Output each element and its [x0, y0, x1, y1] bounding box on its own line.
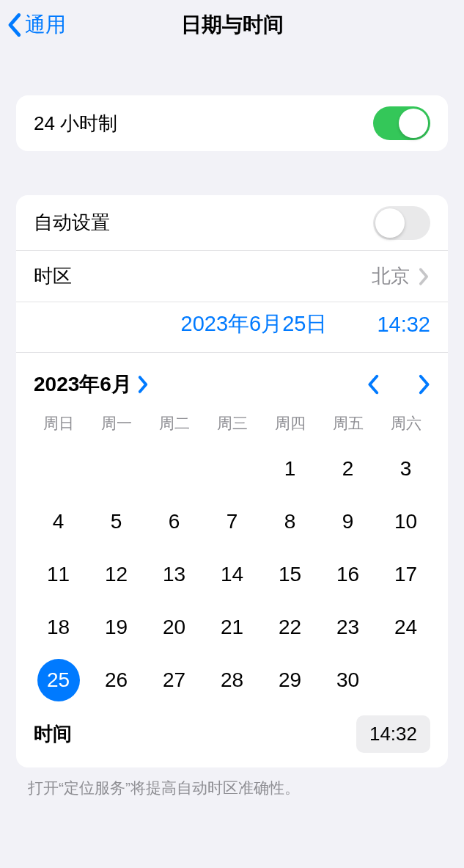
- calendar-day[interactable]: 27: [145, 654, 203, 707]
- label-auto-set: 自动设置: [34, 210, 110, 236]
- section-24h: 24 小时制: [16, 95, 448, 151]
- calendar-day[interactable]: 8: [261, 495, 319, 548]
- calendar-grid: 1234567891011121314151617181920212223242…: [16, 438, 448, 715]
- calendar-day[interactable]: 23: [319, 601, 377, 654]
- back-label: 通用: [25, 11, 66, 39]
- prev-month-button[interactable]: [367, 374, 380, 395]
- weekday-label: 周一: [87, 413, 145, 434]
- calendar-day[interactable]: 29: [261, 654, 319, 707]
- selected-date[interactable]: 2023年6月25日: [181, 310, 328, 339]
- chevron-left-icon: [6, 12, 22, 37]
- calendar-day[interactable]: 30: [319, 654, 377, 707]
- timezone-row[interactable]: 时区 北京: [16, 251, 448, 302]
- calendar-day[interactable]: 21: [203, 601, 261, 654]
- calendar-day[interactable]: 26: [87, 654, 145, 707]
- calendar-day[interactable]: 5: [87, 495, 145, 548]
- calendar-day[interactable]: 7: [203, 495, 261, 548]
- weekday-label: 周三: [203, 413, 261, 434]
- selected-time[interactable]: 14:32: [377, 313, 430, 337]
- calendar-day[interactable]: 10: [377, 495, 435, 548]
- calendar-day[interactable]: 11: [29, 548, 87, 601]
- weekday-label: 周二: [145, 413, 203, 434]
- calendar-day[interactable]: 12: [87, 548, 145, 601]
- toggle-auto-set[interactable]: [373, 206, 430, 240]
- time-label: 时间: [34, 721, 72, 747]
- calendar-day[interactable]: 2: [319, 442, 377, 495]
- toggle-24h[interactable]: [373, 106, 430, 140]
- chevron-right-icon: [417, 266, 430, 287]
- calendar-empty: [87, 442, 145, 495]
- chevron-right-icon: [136, 374, 150, 395]
- weekday-label: 周六: [377, 413, 435, 434]
- label-timezone: 时区: [34, 263, 72, 289]
- weekday-label: 周日: [29, 413, 87, 434]
- month-label: 2023年6月: [34, 371, 132, 398]
- calendar-day[interactable]: 1: [261, 442, 319, 495]
- page-title: 日期与时间: [181, 11, 284, 39]
- calendar-day[interactable]: 20: [145, 601, 203, 654]
- calendar-day[interactable]: 14: [203, 548, 261, 601]
- calendar-day[interactable]: 28: [203, 654, 261, 707]
- label-24h: 24 小时制: [34, 111, 117, 136]
- time-picker[interactable]: 14:32: [356, 715, 430, 753]
- calendar-day[interactable]: 6: [145, 495, 203, 548]
- calendar-day[interactable]: 9: [319, 495, 377, 548]
- weekday-header: 周日周一周二周三周四周五周六: [16, 406, 448, 438]
- calendar-day[interactable]: 17: [377, 548, 435, 601]
- calendar-day[interactable]: 16: [319, 548, 377, 601]
- calendar-day[interactable]: 25: [29, 654, 87, 707]
- calendar-day[interactable]: 24: [377, 601, 435, 654]
- month-picker-button[interactable]: 2023年6月: [34, 371, 150, 398]
- calendar-day[interactable]: 22: [261, 601, 319, 654]
- calendar-empty: [29, 442, 87, 495]
- next-month-button[interactable]: [417, 374, 430, 395]
- calendar-day[interactable]: 19: [87, 601, 145, 654]
- weekday-label: 周四: [261, 413, 319, 434]
- footer-hint: 打开“定位服务”将提高自动时区准确性。: [0, 767, 464, 798]
- calendar-empty: [203, 442, 261, 495]
- timezone-value: 北京: [372, 263, 410, 289]
- calendar-day[interactable]: 13: [145, 548, 203, 601]
- calendar-day[interactable]: 15: [261, 548, 319, 601]
- weekday-label: 周五: [319, 413, 377, 434]
- calendar-empty: [145, 442, 203, 495]
- section-datetime: 自动设置 时区 北京 2023年6月25日 14:32 2023年6月 周日周一…: [16, 195, 448, 767]
- calendar-day[interactable]: 18: [29, 601, 87, 654]
- calendar-day[interactable]: 4: [29, 495, 87, 548]
- back-button[interactable]: 通用: [0, 11, 66, 39]
- calendar-day[interactable]: 3: [377, 442, 435, 495]
